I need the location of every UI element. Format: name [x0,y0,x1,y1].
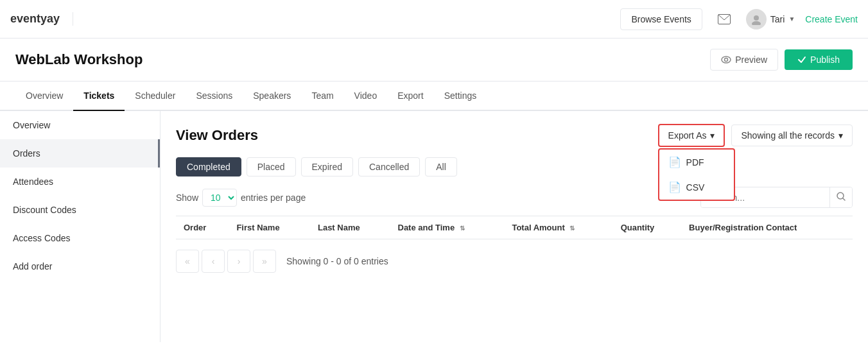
svg-point-1 [754,15,759,21]
sidebar-item-orders[interactable]: Orders [0,139,160,168]
filter-expired[interactable]: Expired [301,157,353,176]
search-button[interactable] [829,187,852,207]
search-icon [837,192,846,201]
svg-line-6 [843,198,845,200]
col-buyer: Buyer/Registration Contact [681,216,853,239]
svg-point-3 [722,56,731,63]
orders-table: Order First Name Last Name Date and Time… [176,216,853,239]
browse-events-button[interactable]: Browse Events [620,8,702,30]
filter-completed[interactable]: Completed [176,157,241,176]
pagination-prev[interactable]: ‹ [202,250,225,273]
tab-team[interactable]: Team [301,82,343,111]
app-logo: eventyay [10,12,73,26]
filter-tabs: Completed Placed Expired Cancelled All [176,157,853,176]
content-actions: Export As ▾ 📄 PDF 📄 CSV [658,124,853,147]
svg-point-2 [752,21,761,25]
pdf-icon: 📄 [668,156,681,168]
user-menu[interactable]: Tari ▼ [746,9,795,30]
event-title: WebLab Workshop [15,51,143,68]
main-content: View Orders Export As ▾ 📄 PDF 📄 [161,111,868,342]
col-last-name: Last Name [310,216,390,239]
filter-cancelled[interactable]: Cancelled [358,157,420,176]
tab-scheduler[interactable]: Scheduler [125,82,186,111]
tab-settings[interactable]: Settings [434,82,487,111]
mail-icon[interactable] [713,8,736,31]
col-quantity: Quantity [613,216,681,239]
view-orders-title: View Orders [176,127,258,144]
pagination: « ‹ › » Showing 0 - 0 of 0 entries [176,250,853,273]
pagination-next[interactable]: › [227,250,250,273]
main-layout: Overview Orders Attendees Discount Codes… [0,111,868,342]
sidebar-item-discount-codes[interactable]: Discount Codes [0,196,160,224]
filter-placed[interactable]: Placed [247,157,296,176]
sidebar-item-access-codes[interactable]: Access Codes [0,224,160,252]
tab-tickets[interactable]: Tickets [73,82,125,111]
sidebar-item-attendees[interactable]: Attendees [0,168,160,196]
pagination-last[interactable]: » [253,250,276,273]
tab-overview[interactable]: Overview [15,82,73,111]
sidebar-item-overview[interactable]: Overview [0,111,160,139]
col-date-time[interactable]: Date and Time ⇅ [390,216,505,239]
sort-amount-icon: ⇅ [569,225,575,232]
sidebar: Overview Orders Attendees Discount Codes… [0,111,161,342]
pagination-info: Showing 0 - 0 of 0 entries [286,256,388,266]
showing-records-button[interactable]: Showing all the records ▾ [731,125,853,146]
entries-per-page-select[interactable]: 10 25 50 [202,189,237,207]
pagination-first[interactable]: « [176,250,199,273]
event-header-actions: Preview Publish [710,49,853,71]
export-as-button[interactable]: Export As ▾ [658,124,725,147]
show-entries: Show 10 25 50 entries per page [176,189,306,207]
csv-icon: 📄 [668,181,681,193]
user-name: Tari [770,14,785,24]
create-event-button[interactable]: Create Event [805,14,858,24]
eye-icon [721,55,731,65]
avatar [746,9,767,30]
sidebar-item-add-order[interactable]: Add order [0,252,160,280]
content-header: View Orders Export As ▾ 📄 PDF 📄 [176,124,853,147]
sort-date-icon: ⇅ [460,225,465,232]
check-icon [797,55,806,64]
records-chevron-icon: ▾ [838,130,843,141]
export-pdf-option[interactable]: 📄 PDF [659,150,734,175]
tab-speakers[interactable]: Speakers [243,82,301,111]
user-chevron-icon: ▼ [788,15,795,22]
top-nav: eventyay Browse Events Tari ▼ Create Eve… [0,0,868,39]
tab-nav: Overview Tickets Scheduler Sessions Spea… [0,82,868,111]
svg-point-4 [725,58,728,62]
col-order: Order [176,216,229,239]
tab-export[interactable]: Export [387,82,433,111]
export-chevron-icon: ▾ [710,130,715,141]
publish-button[interactable]: Publish [785,49,853,70]
top-nav-right: Browse Events Tari ▼ Create Event [620,8,858,31]
event-header: WebLab Workshop Preview Publish [0,39,868,82]
col-first-name: First Name [229,216,310,239]
filter-all[interactable]: All [425,157,457,176]
export-dropdown: 📄 PDF 📄 CSV [658,148,735,201]
export-dropdown-container: Export As ▾ 📄 PDF 📄 CSV [658,124,725,147]
tab-sessions[interactable]: Sessions [186,82,243,111]
export-csv-option[interactable]: 📄 CSV [659,175,734,200]
table-controls: Show 10 25 50 entries per page [176,187,853,208]
preview-button[interactable]: Preview [710,49,778,71]
col-total-amount[interactable]: Total Amount ⇅ [504,216,612,239]
tab-video[interactable]: Video [344,82,388,111]
